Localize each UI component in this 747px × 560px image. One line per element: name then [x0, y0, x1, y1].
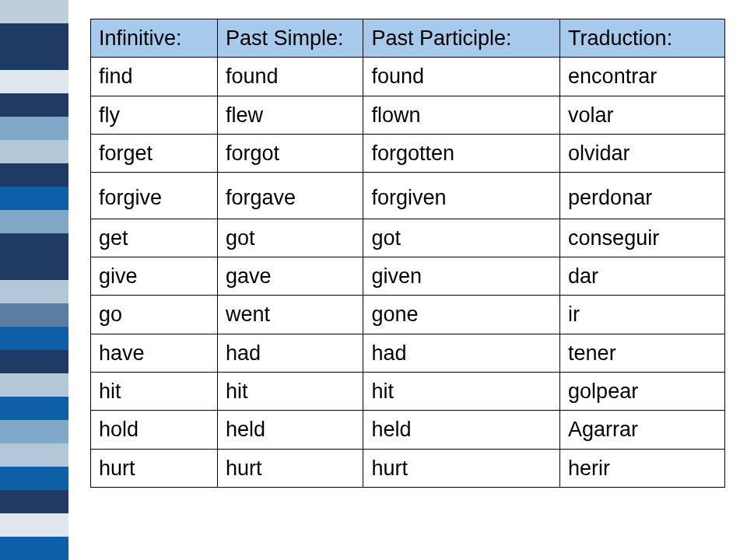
- sidebar-stripe: [0, 397, 68, 420]
- cell-infinitive: find: [91, 58, 218, 96]
- cell-past_participle: had: [363, 334, 560, 372]
- sidebar-stripe: [0, 187, 68, 210]
- cell-past_participle: given: [363, 257, 560, 296]
- header-traduction: Traduction:: [560, 19, 725, 58]
- sidebar-stripe: [0, 303, 68, 327]
- cell-infinitive: forgive: [91, 173, 218, 219]
- cell-traduction: conseguir: [560, 219, 725, 257]
- verbs-table: Infinitive: Past Simple: Past Participle…: [90, 19, 725, 488]
- sidebar-stripe: [0, 210, 68, 233]
- cell-traduction: volar: [560, 96, 725, 134]
- cell-traduction: dar: [560, 257, 725, 296]
- cell-past_simple: had: [218, 334, 363, 372]
- sidebar-stripe: [0, 490, 68, 513]
- cell-past_participle: held: [363, 411, 560, 449]
- table-row: forgiveforgaveforgivenperdonar: [91, 173, 725, 219]
- table-row: hurthurthurtherir: [91, 449, 725, 487]
- table-row: flyflewflownvolar: [91, 96, 725, 134]
- cell-infinitive: go: [91, 296, 218, 334]
- cell-infinitive: hurt: [91, 449, 218, 487]
- sidebar-stripe: [0, 327, 68, 350]
- cell-past_simple: forgot: [218, 135, 363, 173]
- cell-infinitive: hit: [91, 373, 218, 411]
- sidebar-stripe: [0, 140, 68, 163]
- cell-past_participle: forgiven: [363, 173, 560, 219]
- sidebar-stripe: [0, 47, 68, 70]
- table-row: holdheldheldAgarrar: [91, 411, 725, 449]
- sidebar-stripe: [0, 280, 68, 303]
- sidebar-stripe: [0, 23, 68, 47]
- cell-past_simple: flew: [218, 96, 363, 134]
- cell-traduction: encontrar: [560, 58, 725, 96]
- cell-infinitive: fly: [91, 96, 218, 134]
- cell-past_simple: hit: [218, 373, 363, 411]
- cell-traduction: golpear: [560, 373, 725, 411]
- cell-past_simple: forgave: [218, 173, 363, 219]
- header-past-participle: Past Participle:: [363, 19, 560, 58]
- sidebar-stripe: [0, 537, 68, 560]
- cell-past_simple: gave: [218, 257, 363, 296]
- cell-traduction: olvidar: [560, 135, 725, 173]
- sidebar-stripe: [0, 467, 68, 490]
- sidebar-stripe: [0, 420, 68, 443]
- cell-traduction: tener: [560, 334, 725, 372]
- cell-infinitive: have: [91, 334, 218, 372]
- cell-past_participle: gone: [363, 296, 560, 334]
- table-row: gowentgoneir: [91, 296, 725, 334]
- table-row: givegavegivendar: [91, 257, 725, 296]
- table-header-row: Infinitive: Past Simple: Past Participle…: [91, 19, 725, 58]
- table-row: findfoundfoundencontrar: [91, 58, 725, 96]
- sidebar-stripe: [0, 233, 68, 257]
- main-content: Infinitive: Past Simple: Past Participle…: [68, 0, 747, 560]
- sidebar-stripe: [0, 443, 68, 467]
- sidebar-stripe: [0, 163, 68, 187]
- header-past-simple: Past Simple:: [218, 19, 363, 58]
- cell-traduction: Agarrar: [560, 411, 725, 449]
- cell-infinitive: give: [91, 257, 218, 296]
- sidebar-stripe: [0, 350, 68, 373]
- cell-past_simple: held: [218, 411, 363, 449]
- sidebar-stripe: [0, 70, 68, 93]
- cell-past_simple: got: [218, 219, 363, 257]
- cell-past_simple: found: [218, 58, 363, 96]
- cell-traduction: perdonar: [560, 173, 725, 219]
- cell-past_simple: went: [218, 296, 363, 334]
- sidebar-stripe: [0, 93, 68, 117]
- table-row: getgotgotconseguir: [91, 219, 725, 257]
- sidebar-stripe: [0, 373, 68, 397]
- cell-infinitive: forget: [91, 135, 218, 173]
- cell-past_participle: hurt: [363, 449, 560, 487]
- cell-past_participle: hit: [363, 373, 560, 411]
- header-infinitive: Infinitive:: [91, 19, 218, 58]
- table-row: forgetforgotforgottenolvidar: [91, 135, 725, 173]
- sidebar-stripe: [0, 257, 68, 280]
- table-row: havehadhadtener: [91, 334, 725, 372]
- cell-past_participle: flown: [363, 96, 560, 134]
- cell-infinitive: get: [91, 219, 218, 257]
- sidebar-stripe: [0, 0, 68, 23]
- cell-past_simple: hurt: [218, 449, 363, 487]
- table-row: hithithitgolpear: [91, 373, 725, 411]
- decorative-sidebar: [0, 0, 68, 560]
- cell-past_participle: found: [363, 58, 560, 96]
- sidebar-stripe: [0, 117, 68, 140]
- cell-past_participle: got: [363, 219, 560, 257]
- cell-past_participle: forgotten: [363, 135, 560, 173]
- cell-traduction: ir: [560, 296, 725, 334]
- sidebar-stripe: [0, 513, 68, 537]
- cell-infinitive: hold: [91, 411, 218, 449]
- cell-traduction: herir: [560, 449, 725, 487]
